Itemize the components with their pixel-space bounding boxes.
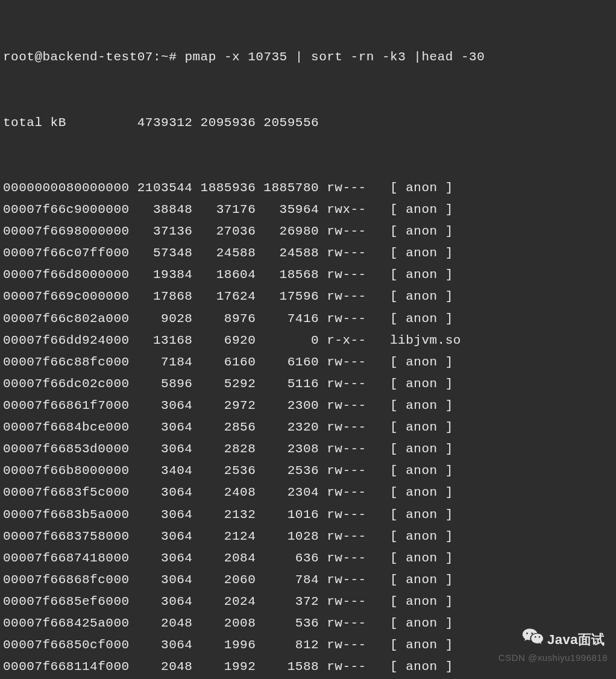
memory-map-row: 00007f6683b5a000 3064 2132 1016 rw--- [ … [3,504,613,526]
terminal-output[interactable]: root@backend-test07:~# pmap -x 10735 | s… [3,3,613,679]
memory-map-row: 00007f66861f7000 3064 2972 2300 rw--- [ … [3,395,613,417]
memory-map-row: 00007f66c07ff000 57348 24588 24588 rw---… [3,242,613,264]
memory-map-row: 00007f6698000000 37136 27036 26980 rw---… [3,221,613,242]
total-row: total kB 4739312 2095936 2059556 [3,112,613,134]
wechat-watermark: Java面试 [522,627,605,652]
memory-map-row: 00007f669c000000 17868 17624 17596 rw---… [3,286,613,308]
memory-map-row: 00007f66dc02c000 5896 5292 5116 rw--- [ … [3,373,613,395]
memory-map-row: 00007f66d8000000 19384 18604 18568 rw---… [3,264,613,286]
memory-map-row: 00007f66b8000000 3404 2536 2536 rw--- [ … [3,460,613,482]
memory-map-row: 00007f6683758000 3064 2124 1028 rw--- [ … [3,526,613,548]
memory-map-row: 00007f66c9000000 38848 37176 35964 rwx--… [3,199,613,221]
csdn-watermark: CSDN @xushiyu1996818 [498,650,608,666]
memory-map-row: 0000000080000000 2103544 1885936 1885780… [3,177,613,199]
prompt-line: root@backend-test07:~# pmap -x 10735 | s… [3,46,613,68]
memory-map-row: 00007f6685ef6000 3064 2024 372 rw--- [ a… [3,591,613,613]
memory-map-row: 00007f66c88fc000 7184 6160 6160 rw--- [ … [3,352,613,373]
memory-map-row: 00007f66dd924000 13168 6920 0 r-x-- libj… [3,330,613,352]
prompt-user-host: root@backend-test07 [3,50,153,64]
memory-map-row: 00007f6683f5c000 3064 2408 2304 rw--- [ … [3,482,613,504]
memory-map-row: 00007f6684bce000 3064 2856 2320 rw--- [ … [3,417,613,438]
memory-map-row: 00007f66c802a000 9028 8976 7416 rw--- [ … [3,308,613,330]
wechat-icon [522,627,544,652]
memory-map-row: 00007f66868fc000 3064 2060 784 rw--- [ a… [3,569,613,591]
prompt-symbol: # [169,50,177,64]
prompt-cwd: ~ [161,50,169,64]
wechat-label: Java面试 [547,628,605,651]
memory-map-row: 00007f66853d0000 3064 2828 2308 rw--- [ … [3,438,613,460]
memory-map-row: 00007f6687418000 3064 2084 636 rw--- [ a… [3,548,613,569]
command-text: pmap -x 10735 | sort -rn -k3 |head -30 [184,50,485,64]
